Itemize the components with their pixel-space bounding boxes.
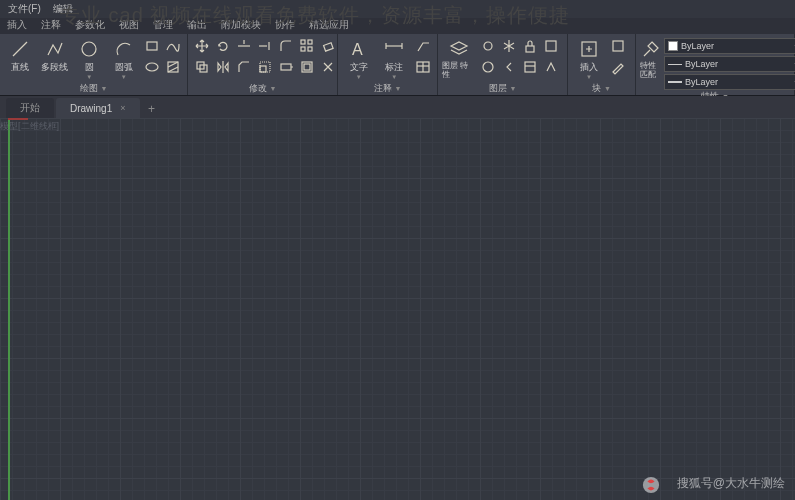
tool-edit-block[interactable] — [608, 57, 628, 77]
tool-layer-prev[interactable] — [499, 57, 519, 77]
tool-move[interactable] — [192, 36, 212, 56]
chevron-down-icon: ▼ — [121, 74, 127, 80]
sohu-logo-icon — [642, 476, 660, 494]
ribbon-tab-annotate[interactable]: 注释 — [34, 16, 68, 34]
ribbon-tab-featured[interactable]: 精选应用 — [302, 16, 356, 34]
tool-extend[interactable] — [255, 36, 275, 56]
svg-rect-18 — [260, 66, 266, 72]
tool-layer-freeze[interactable] — [499, 36, 519, 56]
tool-ellipse[interactable] — [142, 57, 162, 77]
ribbon-tab-view[interactable]: 视图 — [112, 16, 146, 34]
svg-point-33 — [483, 62, 493, 72]
tool-leader[interactable] — [413, 36, 433, 56]
match-props-icon — [640, 38, 662, 60]
tool-table[interactable] — [413, 57, 433, 77]
tool-layer-off[interactable] — [478, 36, 498, 56]
tool-rotate[interactable] — [213, 36, 233, 56]
panel-modify: 修改▼ — [188, 34, 338, 95]
ucs-y-axis — [8, 118, 10, 500]
tool-layer-lock[interactable] — [520, 36, 540, 56]
doc-tab-add[interactable]: + — [142, 100, 162, 118]
svg-rect-22 — [304, 64, 310, 70]
tool-chamfer[interactable] — [234, 57, 254, 77]
svg-rect-13 — [301, 47, 305, 51]
chevron-down-icon[interactable]: ▼ — [270, 85, 277, 92]
layers-icon — [448, 38, 470, 60]
close-icon[interactable]: × — [120, 103, 125, 113]
tool-layer-walk[interactable] — [541, 57, 561, 77]
tool-arc[interactable]: 圆弧 ▼ — [108, 36, 141, 80]
tool-mirror[interactable] — [213, 57, 233, 77]
ribbon-tab-manage[interactable]: 管理 — [146, 16, 180, 34]
tool-fillet[interactable] — [276, 36, 296, 56]
doc-tab-drawing1[interactable]: Drawing1 × — [56, 98, 140, 118]
arc-icon — [113, 38, 135, 60]
tool-stretch[interactable] — [276, 57, 296, 77]
panel-label-block: 块 — [592, 82, 601, 95]
menu-edit[interactable]: 编辑 — [47, 2, 79, 16]
svg-point-3 — [146, 63, 158, 71]
svg-rect-11 — [301, 40, 305, 44]
svg-rect-4 — [168, 62, 178, 72]
ribbon-tab-collab[interactable]: 协作 — [268, 16, 302, 34]
ribbon-tab-addins[interactable]: 附加模块 — [214, 16, 268, 34]
chevron-down-icon[interactable]: ▼ — [101, 85, 108, 92]
panel-layers: 图层 特性 图层▼ — [438, 34, 568, 95]
tool-layer-match[interactable] — [478, 57, 498, 77]
svg-line-0 — [13, 42, 27, 56]
tool-layer-iso[interactable] — [541, 36, 561, 56]
chevron-down-icon: ▼ — [391, 74, 397, 80]
panel-annotation: A 文字 ▼ 标注 ▼ 注释▼ — [338, 34, 438, 95]
tool-explode[interactable] — [318, 57, 338, 77]
chevron-down-icon: ▼ — [356, 74, 362, 80]
tool-line[interactable]: 直线 — [4, 36, 37, 80]
ribbon-tab-output[interactable]: 输出 — [180, 16, 214, 34]
panel-label-annot: 注释 — [374, 82, 392, 95]
tool-rectangle[interactable] — [142, 36, 162, 56]
panel-label-layers: 图层 — [489, 82, 507, 95]
chevron-down-icon[interactable]: ▼ — [510, 85, 517, 92]
lineweight-icon — [668, 81, 682, 83]
svg-text:A: A — [352, 41, 363, 58]
tool-polyline[interactable]: 多段线 — [39, 36, 72, 80]
ribbon-tab-parametric[interactable]: 参数化 — [68, 16, 112, 34]
svg-rect-14 — [308, 47, 312, 51]
svg-rect-12 — [308, 40, 312, 44]
tool-create-block[interactable] — [608, 36, 628, 56]
lineweight-combo[interactable]: ByLayer ▼ — [664, 74, 795, 90]
svg-rect-31 — [526, 46, 534, 52]
svg-rect-20 — [281, 64, 291, 70]
tool-layer-state[interactable] — [520, 57, 540, 77]
tool-erase[interactable] — [318, 36, 338, 56]
tool-layer-properties[interactable]: 图层 特性 — [442, 36, 476, 80]
chevron-down-icon[interactable]: ▼ — [395, 85, 402, 92]
menu-file[interactable]: 文件(F) — [2, 2, 47, 16]
color-combo[interactable]: ByLayer ▼ — [664, 38, 795, 54]
tool-copy[interactable] — [192, 57, 212, 77]
tool-insert-block[interactable]: 插入 ▼ — [572, 36, 606, 80]
text-icon: A — [348, 38, 370, 60]
svg-point-30 — [484, 42, 492, 50]
chevron-down-icon: ▼ — [586, 74, 592, 80]
ribbon-tab-insert[interactable]: 插入 — [0, 16, 34, 34]
drawing-canvas[interactable]: 模型[二维线框] — [0, 118, 795, 500]
tool-trim[interactable] — [234, 36, 254, 56]
tool-hatch[interactable] — [163, 57, 183, 77]
color-swatch-icon — [668, 41, 678, 51]
chevron-down-icon[interactable]: ▼ — [604, 85, 611, 92]
tool-scale[interactable] — [255, 57, 275, 77]
polyline-icon — [44, 38, 66, 60]
svg-rect-19 — [260, 62, 270, 72]
doc-tab-start[interactable]: 开始 — [6, 98, 54, 118]
tool-circle[interactable]: 圆 ▼ — [73, 36, 106, 80]
tool-spline[interactable] — [163, 36, 183, 56]
tool-offset[interactable] — [297, 57, 317, 77]
insert-icon — [578, 38, 600, 60]
tool-match-properties[interactable]: 特性 匹配 — [640, 36, 662, 80]
svg-rect-2 — [147, 42, 157, 50]
tool-array[interactable] — [297, 36, 317, 56]
viewport-mode-label[interactable]: 模型[二维线框] — [0, 120, 59, 133]
linetype-combo[interactable]: ByLayer ▼ — [664, 56, 795, 72]
tool-dimension[interactable]: 标注 ▼ — [378, 36, 412, 80]
tool-text[interactable]: A 文字 ▼ — [342, 36, 376, 80]
